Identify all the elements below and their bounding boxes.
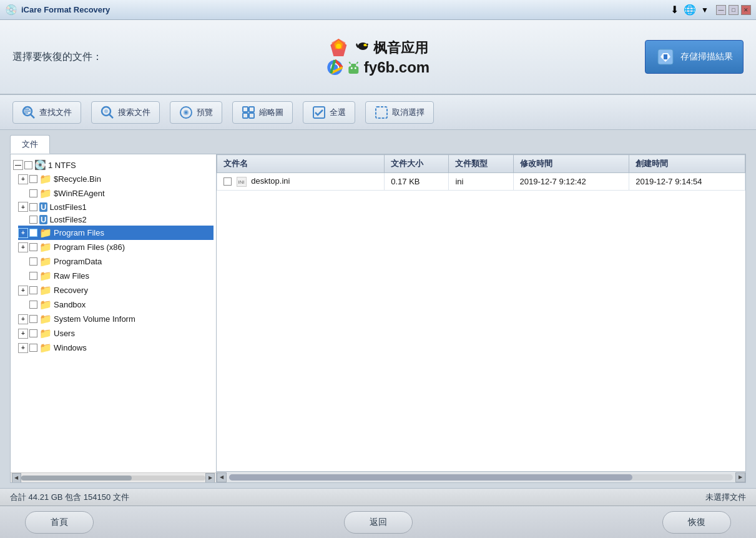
header-label: 選擇要恢復的文件： [12, 51, 102, 64]
download-icon[interactable]: ⬇ [670, 4, 679, 16]
tree-scroll-left[interactable]: ◀ [12, 473, 21, 483]
tree-node-programfilesx86[interactable]: + 📁 Program Files (x86) [18, 240, 214, 254]
expand-lostfiles1[interactable]: + [18, 202, 28, 212]
toolbar: 查找文件 搜索文件 預覽 [0, 95, 756, 130]
col-header-name[interactable]: 文件名 [217, 155, 385, 173]
save-scan-button[interactable]: 存儲掃描結果 [645, 40, 744, 74]
preview-button[interactable]: 預覽 [170, 101, 222, 124]
folder-icon-systemvolume: 📁 [39, 313, 52, 325]
logo-url: fy6b.com [364, 59, 430, 76]
tree-scroll-track[interactable] [21, 476, 206, 481]
checkbox-windows[interactable] [29, 344, 37, 352]
label-lostfiles1: LostFiles1 [49, 202, 86, 212]
tree-scroll-right[interactable]: ▶ [205, 473, 215, 483]
table-row[interactable]: INI desktop.ini 0.17 KB ini 2019-12-7 9:… [217, 173, 745, 191]
checkbox-root[interactable] [24, 161, 32, 169]
tab-file[interactable]: 文件 [10, 135, 50, 154]
checkbox-recycle[interactable] [29, 175, 37, 183]
back-button[interactable]: 返回 [344, 511, 413, 534]
expand-recovery[interactable]: + [18, 286, 28, 296]
col-header-created[interactable]: 創建時間 [629, 155, 745, 173]
globe-icon[interactable]: 🌐 [684, 4, 696, 16]
expand-root[interactable]: — [13, 160, 23, 170]
find-file-button[interactable]: 查找文件 [12, 101, 81, 124]
file-panel: 文件名 文件大小 文件類型 修改時間 [217, 154, 745, 482]
tree-node-programfiles[interactable]: + 📁 Program Files [18, 226, 214, 240]
tree-scrollbar-h[interactable]: ◀ ▶ [11, 472, 216, 482]
tree-node-windows[interactable]: + 📁 Windows [18, 341, 214, 355]
svg-rect-23 [24, 112, 28, 114]
cell-type: ini [449, 173, 513, 191]
folder-icon-programfiles: 📁 [39, 227, 52, 239]
folder-icon-recycle: 📁 [39, 173, 52, 185]
tree-node-winreagent[interactable]: 📁 $WinREAgent [18, 186, 214, 201]
checkbox-lostfiles1[interactable] [29, 203, 37, 211]
svg-rect-33 [249, 113, 254, 118]
title-bar: 💿 iCare Format Recovery ⬇ 🌐 ▼ — □ ✕ [0, 0, 756, 20]
select-all-label: 全選 [330, 107, 346, 118]
app-title: iCare Format Recovery [21, 5, 670, 14]
svg-rect-22 [24, 111, 31, 112]
main-area: 文件 — 💽 1 NTFS + 📁 $Recycle.Bin [0, 130, 756, 488]
expand-users[interactable]: + [18, 329, 28, 339]
restore-button[interactable]: □ [729, 5, 739, 15]
svg-rect-18 [664, 54, 667, 59]
svg-point-12 [350, 67, 352, 69]
minimize-button[interactable]: — [716, 5, 726, 15]
svg-line-20 [31, 114, 34, 118]
checkbox-recovery[interactable] [29, 286, 37, 294]
checkbox-winreagent[interactable] [29, 189, 37, 197]
close-button[interactable]: ✕ [741, 5, 751, 15]
folder-icon-programfilesx86: 📁 [39, 241, 52, 253]
file-content[interactable]: 文件名 文件大小 文件類型 修改時間 [217, 154, 745, 471]
checkbox-systemvolume[interactable] [29, 315, 37, 323]
thumbnail-button[interactable]: 縮略圖 [232, 101, 293, 124]
checkbox-programfiles[interactable] [29, 229, 37, 237]
tree-content[interactable]: — 💽 1 NTFS + 📁 $Recycle.Bin 📁 [11, 154, 216, 472]
label-programfiles: Program Files [54, 228, 104, 237]
select-all-button[interactable]: 全選 [303, 101, 355, 124]
deselect-button[interactable]: 取消選擇 [365, 101, 434, 124]
checkbox-programfilesx86[interactable] [29, 243, 37, 251]
folder-icon-users: 📁 [39, 327, 52, 339]
home-button[interactable]: 首頁 [25, 511, 94, 534]
checkbox-users[interactable] [29, 329, 37, 337]
svg-line-25 [109, 114, 113, 118]
tree-node-lostfiles2[interactable]: U LostFiles2 [18, 213, 214, 226]
recover-button[interactable]: 恢復 [662, 511, 731, 534]
file-scroll-track[interactable] [229, 474, 733, 481]
expand-windows[interactable]: + [18, 343, 28, 353]
file-scroll-left[interactable]: ◀ [217, 472, 227, 482]
cell-name: INI desktop.ini [217, 173, 385, 191]
expand-systemvolume[interactable]: + [18, 314, 28, 324]
checkbox-rawfiles[interactable] [29, 272, 37, 280]
expand-recycle[interactable]: + [18, 174, 28, 184]
tree-node-recycle[interactable]: + 📁 $Recycle.Bin [18, 172, 214, 186]
svg-point-3 [336, 44, 341, 49]
tree-node-root[interactable]: — 💽 1 NTFS [13, 158, 214, 172]
row-checkbox[interactable] [223, 177, 232, 186]
file-scroll-thumb [229, 474, 632, 481]
expand-programfiles[interactable]: + [18, 228, 28, 238]
checkbox-lostfiles2[interactable] [29, 216, 37, 224]
file-scrollbar-h[interactable]: ◀ ▶ [217, 471, 745, 482]
col-header-type[interactable]: 文件類型 [449, 155, 513, 173]
search-file-button[interactable]: 搜索文件 [91, 101, 160, 124]
maple-icon [328, 37, 350, 59]
expand-programfilesx86[interactable]: + [18, 242, 28, 252]
tree-node-sandbox[interactable]: 📁 Sandbox [18, 297, 214, 312]
tree-node-recovery[interactable]: + 📁 Recovery [18, 283, 214, 297]
col-header-size[interactable]: 文件大小 [385, 155, 449, 173]
checkbox-sandbox[interactable] [29, 301, 37, 309]
col-header-modified[interactable]: 修改時間 [513, 155, 629, 173]
tree-node-systemvolume[interactable]: + 📁 System Volume Inform [18, 312, 214, 326]
special-icon-lostfiles1: U [39, 202, 47, 212]
file-scroll-right[interactable]: ▶ [735, 472, 745, 482]
dropdown-icon[interactable]: ▼ [701, 6, 709, 14]
tree-node-programdata[interactable]: 📁 ProgramData [18, 254, 214, 269]
tree-node-lostfiles1[interactable]: + U LostFiles1 [18, 201, 214, 213]
tree-node-rawfiles[interactable]: 📁 Raw Files [18, 269, 214, 283]
file-table: 文件名 文件大小 文件類型 修改時間 [217, 154, 745, 191]
tree-node-users[interactable]: + 📁 Users [18, 326, 214, 341]
checkbox-programdata[interactable] [29, 257, 37, 266]
